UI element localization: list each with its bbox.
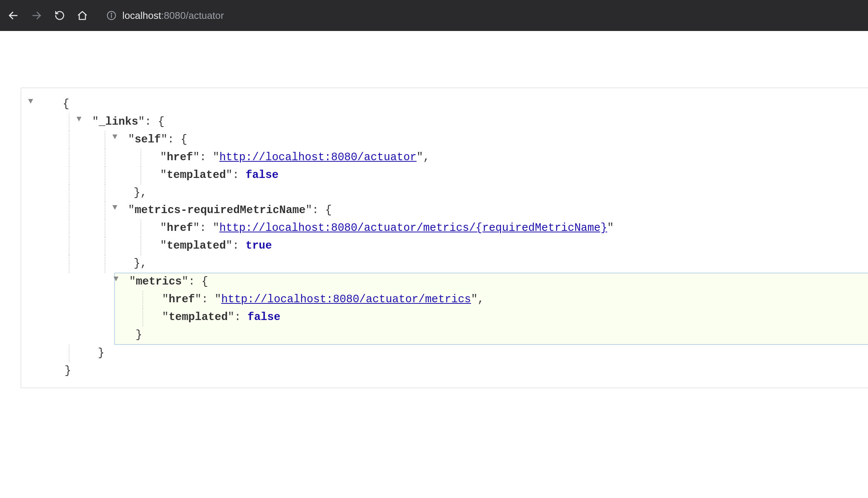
highlighted-json-block: "metrics": { "href": "http://localhost:8…: [114, 273, 868, 345]
json-viewer: { "_links": { "self": {: [21, 88, 868, 388]
json-line: }: [115, 326, 868, 344]
json-key: href: [168, 293, 195, 306]
toggle-icon[interactable]: [110, 273, 122, 291]
json-key: _links: [99, 116, 138, 128]
json-line: },: [21, 184, 868, 202]
reload-button[interactable]: [54, 10, 65, 21]
json-line: "self": {: [21, 131, 868, 149]
brace-close: }: [136, 329, 142, 341]
json-line: }: [21, 362, 868, 380]
json-line: {: [21, 96, 868, 113]
json-line: "metrics": {: [115, 273, 868, 291]
toggle-icon[interactable]: [73, 113, 85, 131]
brace-close: }: [98, 347, 104, 359]
brace-close: },: [134, 187, 147, 199]
json-bool: false: [247, 311, 280, 323]
forward-button[interactable]: [31, 10, 42, 21]
svg-point-4: [111, 13, 112, 14]
json-line: "metrics-requiredMetricName": {: [21, 202, 868, 220]
json-key: metrics-requiredMetricName: [134, 204, 305, 217]
toggle-icon[interactable]: [25, 96, 36, 113]
json-line: "href": "http://localhost:8080/actuator/…: [115, 291, 868, 309]
url-host: localhost: [122, 10, 161, 21]
json-key: href: [167, 222, 193, 234]
json-line: },: [21, 255, 868, 273]
url-port: :8080: [161, 10, 186, 21]
json-line: "templated": false: [21, 167, 868, 184]
browser-toolbar: localhost:8080/actuator: [0, 0, 868, 31]
nav-controls: [8, 10, 88, 21]
json-link[interactable]: http://localhost:8080/actuator/metrics/{…: [219, 222, 607, 234]
json-key: templated: [167, 240, 226, 252]
json-line: "templated": true: [21, 237, 868, 255]
site-info-icon[interactable]: [107, 11, 116, 20]
url-text: localhost:8080/actuator: [122, 10, 224, 22]
url-path: /actuator: [186, 10, 224, 21]
brace-close: },: [134, 257, 147, 270]
json-line: "href": "http://localhost:8080/actuator/…: [21, 220, 868, 237]
brace-open: {: [63, 98, 69, 110]
json-line: "templated": false: [115, 309, 868, 326]
json-key: metrics: [136, 275, 182, 288]
json-line: "href": "http://localhost:8080/actuator"…: [21, 149, 868, 167]
toggle-icon[interactable]: [109, 131, 120, 149]
json-key: href: [167, 151, 193, 164]
back-button[interactable]: [8, 10, 19, 21]
home-button[interactable]: [77, 10, 88, 21]
json-key: self: [134, 133, 161, 146]
address-bar[interactable]: localhost:8080/actuator: [107, 10, 224, 22]
json-link[interactable]: http://localhost:8080/actuator/metrics: [221, 293, 471, 306]
json-link[interactable]: http://localhost:8080/actuator: [219, 151, 417, 164]
json-key: templated: [168, 311, 228, 323]
toggle-icon[interactable]: [109, 202, 120, 220]
json-content-area: { "_links": { "self": {: [0, 31, 868, 388]
json-bool: false: [246, 169, 278, 181]
json-line: }: [21, 345, 868, 362]
brace-close: }: [65, 365, 71, 377]
json-line: "_links": {: [21, 113, 868, 131]
json-key: templated: [167, 169, 226, 181]
json-bool: true: [246, 240, 272, 252]
